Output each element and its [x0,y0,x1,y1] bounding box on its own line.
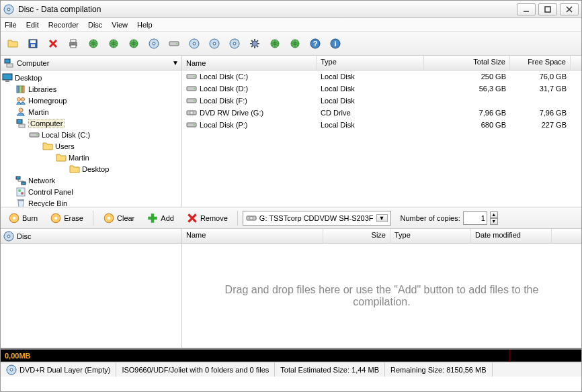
tree-item[interactable]: Users [2,140,180,152]
dvd-icon [186,107,197,118]
tree-item[interactable]: Local Disk (C:) [2,129,180,140]
tree-item[interactable]: Martin [2,152,180,163]
minimize-button[interactable] [517,3,536,15]
drive-icon [29,130,40,140]
col-free-space[interactable]: Free Space [510,56,571,70]
comp-col-size[interactable]: Size [323,229,390,243]
folder-icon [69,164,80,175]
menu-edit[interactable]: Edit [26,21,39,29]
toolbar-help-button[interactable] [306,34,325,53]
tree-item[interactable]: Desktop [2,72,180,83]
tree-item-label: Desktop [82,165,109,173]
status-bar: DVD+R Dual Layer (Empty) ISO9660/UDF/Jol… [1,362,581,377]
window-title: Disc - Data compilation [18,5,517,14]
disc-icon [6,364,17,375]
tree-item[interactable]: Martin [2,106,180,117]
tree-item-label: Local Disk (C:) [42,131,90,139]
toolbar-info-button[interactable] [326,34,345,53]
col-total-size[interactable]: Total Size [424,56,510,70]
toolbar-save-button[interactable] [24,34,42,53]
toolbar-globe4-button[interactable] [265,34,284,53]
disc-icon [3,231,14,242]
tree-item-label: Desktop [15,74,42,82]
progress-label: 0,00MB [5,352,31,360]
list-row[interactable]: Local Disk (C:)Local Disk250 GB76,0 GB [182,70,581,83]
svg-rect-36 [545,7,550,12]
tree-item-label: Martin [69,154,89,162]
tree-item[interactable]: Network [2,175,180,186]
toolbar-settings-button[interactable] [245,34,264,53]
menu-recorder[interactable]: Recorder [48,21,79,29]
tree-panel: Computer ▼ DesktopLibrariesHomegroupMart… [1,56,182,207]
tree-item[interactable]: Recycle Bin [2,197,180,207]
toolbar-drive-button[interactable] [165,34,183,53]
drive-icon [186,83,197,94]
drive-icon [186,119,197,130]
list-row[interactable]: Local Disk (F:)Local Disk [182,95,581,107]
toolbar-disc1-button[interactable] [144,34,163,53]
list-row[interactable]: DVD RW Drive (G:)CD Drive7,96 GB7,96 GB [182,107,581,119]
comp-col-date[interactable]: Date modified [471,229,552,243]
add-button[interactable]: Add [142,210,179,226]
toolbar-delete-button[interactable] [44,34,63,53]
toolbar-open-button[interactable] [3,34,22,53]
comp-col-type[interactable]: Type [390,229,471,243]
burner-drive-select[interactable]: G: TSSTcorp CDDVDW SH-S203F ▼ [243,211,391,226]
list-row[interactable]: Local Disk (D:)Local Disk56,3 GB31,7 GB [182,83,581,95]
erase-button[interactable]: Erase [45,210,88,226]
burn-button[interactable]: Burn [3,210,42,226]
action-bar: Burn Erase Clear Add Remove G: TSSTcorp … [1,207,581,229]
app-icon [3,4,14,15]
tree-item-label: Martin [28,108,49,116]
monitor-icon [2,72,13,83]
file-list-panel: Name Type Total Size Free Space Local Di… [182,56,581,207]
copies-label: Number of copies: [401,214,460,222]
tree-item[interactable]: Homegroup [2,95,180,106]
drop-zone[interactable]: Drag and drop files here or use the "Add… [182,244,581,348]
libraries-icon [15,84,26,95]
toolbar-disc4-button[interactable] [225,34,244,53]
homegroup-icon [15,95,26,106]
tree-item-label: Recycle Bin [28,199,67,207]
toolbar-disc2-button[interactable] [185,34,204,53]
tree-item[interactable]: Libraries [2,83,180,95]
col-name[interactable]: Name [182,56,317,70]
toolbar-globe1-button[interactable] [84,34,103,53]
menu-view[interactable]: View [112,21,128,29]
col-type[interactable]: Type [317,56,424,70]
clear-button[interactable]: Clear [98,210,139,226]
disc-label[interactable]: Disc [17,232,31,240]
close-button[interactable] [560,3,579,15]
menu-help[interactable]: Help [137,21,153,29]
tree-item-label: Users [55,142,75,150]
toolbar-globe5-button[interactable] [286,34,304,53]
tree-item[interactable]: Computer [2,117,180,129]
menu-file[interactable]: File [5,21,17,29]
toolbar-disc3-button[interactable] [205,34,224,53]
size-progress-bar: 0,00MB [1,348,581,362]
toolbar [1,32,581,56]
tree-item-label: Homegroup [28,97,67,105]
user-icon [15,107,26,117]
tree-item[interactable]: Desktop [2,163,180,175]
tree-item-label: Libraries [28,85,56,93]
comp-col-name[interactable]: Name [182,229,323,243]
remove-button[interactable]: Remove [181,210,233,226]
toolbar-globe2-button[interactable] [104,34,123,53]
copies-input[interactable] [463,211,487,225]
status-remaining-size: Remaining Size: 8150,56 MB [385,362,492,377]
toolbar-globe3-button[interactable] [124,34,143,53]
computer-icon [3,58,14,68]
list-row[interactable]: Local Disk (P:)Local Disk680 GB227 GB [182,119,581,131]
menu-disc[interactable]: Disc [88,21,102,29]
tree-location-dropdown[interactable]: Computer ▼ [1,56,181,70]
disc-tree-panel: Disc [1,229,182,348]
drive-icon [186,95,197,106]
tree-item[interactable]: Control Panel [2,186,180,197]
toolbar-print-button[interactable] [64,34,83,53]
maximize-button[interactable] [538,3,557,15]
copies-spinner[interactable]: ▲▼ [490,211,498,225]
titlebar: Disc - Data compilation [1,1,581,18]
recycle-icon [15,198,26,207]
status-disc-type: DVD+R Dual Layer (Empty) [1,362,116,377]
